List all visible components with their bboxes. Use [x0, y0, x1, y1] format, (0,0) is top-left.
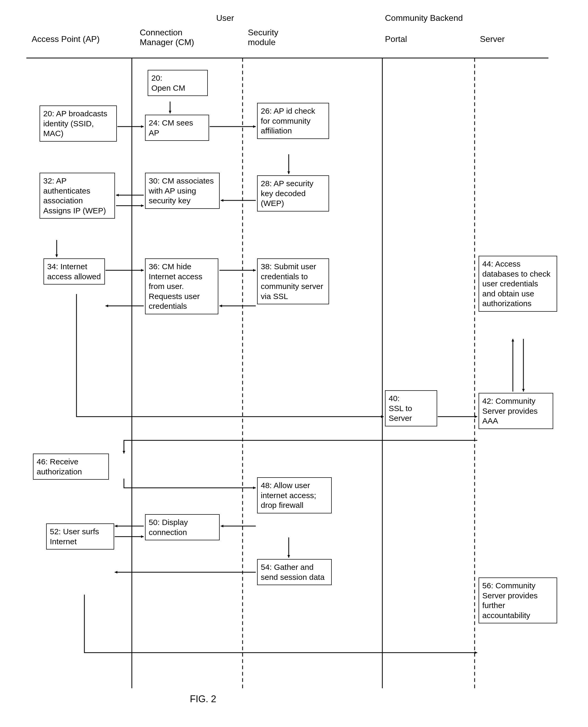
box-56: 56: Community Server provides further ac… [479, 578, 557, 623]
box-48: 48: Allow user internet access; drop fir… [257, 477, 332, 514]
box-30: 30: CM associates with AP using security… [145, 173, 219, 209]
box-32: 32: AP authenticates association Assigns… [40, 173, 115, 219]
box-34: 34: Internet access allowed [43, 258, 105, 285]
box-46: 46: Receive authorization [33, 454, 109, 480]
figure-caption: FIG. 2 [190, 693, 216, 705]
box-36: 36: CM hide Internet access from user. R… [145, 258, 218, 314]
sequence-diagram: User Community Backend Access Point (AP)… [10, 11, 578, 716]
header-user: User [216, 13, 234, 23]
box-40: 40: SSL to Server [385, 390, 437, 427]
box-28: 28: AP security key decoded (WEP) [257, 175, 329, 211]
header-cm: Connection Manager (CM) [140, 28, 206, 47]
box-24: 24: CM sees AP [145, 115, 209, 141]
box-54: 54: Gather and send session data [257, 559, 332, 585]
box-20-open-cm: 20: Open CM [148, 70, 208, 96]
header-ap: Access Point (AP) [31, 34, 100, 44]
box-44: 44: Access databases to check user crede… [479, 256, 557, 312]
box-20-ap-broadcasts: 20: AP broadcasts identity (SSID, MAC) [40, 105, 117, 142]
header-backend: Community Backend [385, 13, 463, 23]
box-26: 26: AP id check for community affiliatio… [257, 103, 329, 139]
header-server: Server [480, 34, 505, 44]
box-50: 50: Display connection [145, 514, 219, 540]
box-38: 38: Submit user credentials to community… [257, 258, 329, 304]
box-42: 42: Community Server provides AAA [479, 393, 553, 429]
box-52: 52: User surfs Internet [46, 523, 114, 549]
header-portal: Portal [385, 34, 407, 44]
header-sec: Security module [248, 28, 295, 47]
